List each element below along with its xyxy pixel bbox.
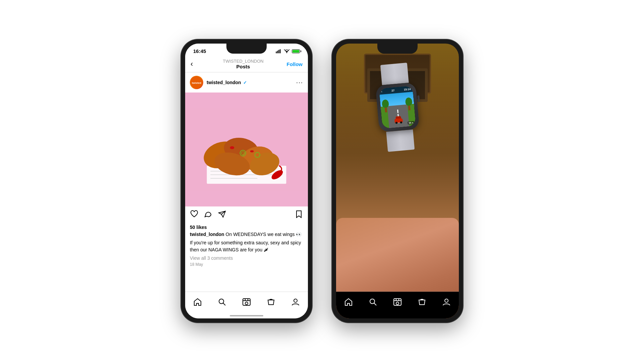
post-username[interactable]: twisted_london ✓ (207, 80, 296, 85)
food-illustration (185, 93, 308, 206)
svg-text:twisted: twisted (192, 81, 201, 84)
phone-2-screen: ‹ 27 15:14 55 s (336, 44, 459, 318)
bottom-nav-2 (336, 292, 459, 318)
home-icon-2 (344, 298, 353, 306)
notch-1 (226, 44, 267, 54)
follow-button[interactable]: Follow (282, 61, 303, 67)
status-time: 16:45 (193, 48, 206, 54)
nav-home[interactable] (193, 298, 202, 308)
status-icons (276, 49, 300, 53)
nav-reels-2[interactable] (393, 298, 402, 308)
nav-title: TWISTED_LONDON Posts (204, 59, 282, 69)
phone-2: ‹ 27 15:14 55 s (332, 40, 463, 322)
nav-profile-2[interactable] (442, 298, 451, 308)
apple-watch: ‹ 27 15:14 55 s (370, 62, 425, 153)
watch-case: ‹ 27 15:14 55 s (375, 82, 420, 132)
watch-value: 27 (391, 89, 395, 92)
signal-icon (276, 49, 282, 53)
svg-rect-1 (277, 51, 278, 53)
home-indicator-2 (381, 315, 414, 316)
nav-bar-1: ‹ TWISTED_LONDON Posts Follow (185, 56, 308, 72)
bookmark-icon (294, 210, 303, 219)
comment-button[interactable] (204, 210, 213, 220)
bookmark-button[interactable] (294, 210, 303, 220)
post-date: 18 May (190, 262, 303, 267)
like-button[interactable] (190, 210, 199, 220)
notch-2 (377, 44, 418, 54)
nav-search[interactable] (218, 298, 226, 308)
bottom-nav-1 (185, 292, 308, 318)
reels-icon (242, 298, 251, 306)
video-background: ‹ 27 15:14 55 s (336, 44, 459, 318)
game-tree-left (382, 99, 389, 113)
more-options-button[interactable]: ··· (296, 79, 303, 86)
watch-game: ‹ 27 15:14 55 s (379, 86, 416, 129)
post-content: 50 likes twisted_london On WEDNESDAYS we… (185, 223, 308, 271)
svg-point-23 (219, 299, 224, 304)
avatar-inner: twisted (191, 76, 203, 88)
watch-time: 15:14 (404, 87, 411, 91)
home-icon (193, 298, 202, 306)
watch-screen: ‹ 27 15:14 55 s (379, 86, 416, 129)
caption-handle[interactable]: twisted_london (190, 232, 224, 237)
road-line-1 (397, 110, 398, 113)
car-wheel-left (395, 122, 398, 124)
svg-point-30 (445, 299, 448, 302)
post-body: If you're up for something extra saucy, … (190, 239, 303, 253)
watch-band-top (380, 63, 409, 85)
share-button[interactable] (218, 210, 227, 220)
profile-icon (291, 298, 300, 306)
wifi-icon (284, 49, 290, 53)
car-wheel-right (400, 121, 402, 124)
reels-icon-2 (393, 298, 402, 306)
svg-point-22 (250, 150, 254, 152)
tree-top-left (382, 99, 389, 108)
tree-top-right (405, 97, 413, 106)
avatar-img: twisted (191, 76, 203, 88)
send-icon (218, 210, 227, 219)
post-image (185, 93, 308, 206)
watch-crown (417, 95, 420, 102)
game-tree-right (405, 97, 413, 111)
profile-icon-2 (442, 298, 451, 306)
likes-count: 50 likes (190, 225, 303, 230)
view-comments[interactable]: View all 3 comments (190, 255, 303, 261)
game-car (394, 118, 403, 124)
nav-subtitle: Posts (204, 64, 282, 69)
caption-main: On WEDNESDAYS we eat wings 👀 (226, 232, 302, 237)
nav-profile[interactable] (291, 298, 300, 308)
food-placeholder (185, 93, 308, 206)
nav-shop[interactable] (267, 298, 275, 308)
search-icon-2 (369, 298, 377, 306)
watch-band-bottom (386, 129, 415, 152)
user-avatar[interactable]: twisted (190, 76, 203, 89)
heart-icon (190, 210, 199, 219)
nav-home-2[interactable] (344, 298, 353, 308)
post-header: twisted twisted_london ✓ ··· (185, 72, 308, 93)
nav-search-2[interactable] (369, 298, 377, 308)
nav-shop-2[interactable] (418, 298, 426, 308)
shop-icon (267, 298, 275, 306)
battery-icon (292, 49, 300, 53)
home-indicator-1 (230, 315, 263, 316)
car-body (394, 118, 403, 123)
svg-point-21 (230, 146, 234, 149)
comment-icon (204, 210, 213, 219)
tree-trunk-right (408, 106, 411, 110)
verified-badge: ✓ (242, 80, 247, 85)
svg-point-26 (294, 299, 297, 302)
nav-reels[interactable] (242, 298, 251, 308)
svg-point-27 (370, 299, 375, 304)
svg-point-29 (396, 302, 399, 305)
tree-trunk-left (385, 108, 387, 112)
watch-back: ‹ (381, 90, 382, 93)
back-button[interactable]: ‹ (191, 60, 204, 68)
phone-1-screen: 16:45 ‹ (185, 44, 308, 318)
phone-1: 16:45 ‹ (181, 40, 312, 322)
svg-point-4 (286, 52, 287, 53)
svg-point-25 (245, 302, 248, 305)
watch-unit: 55 s (408, 121, 414, 125)
svg-rect-2 (278, 50, 279, 53)
nav-username: TWISTED_LONDON (204, 59, 282, 64)
post-actions (185, 206, 308, 223)
